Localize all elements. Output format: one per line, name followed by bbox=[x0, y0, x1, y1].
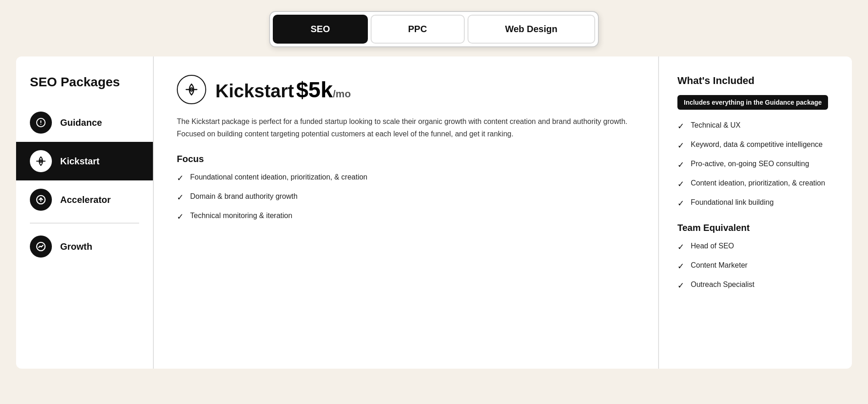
sidebar-item-growth[interactable]: Growth bbox=[16, 227, 153, 266]
included-check-3: ✓ bbox=[677, 159, 684, 171]
growth-icon-circle bbox=[30, 236, 52, 258]
included-check-5: ✓ bbox=[677, 197, 684, 210]
package-name: Kickstart bbox=[215, 81, 294, 101]
sidebar-item-kickstart[interactable]: Kickstart bbox=[16, 142, 153, 180]
guidance-icon-circle bbox=[30, 112, 52, 134]
main-content: SEO Packages Guidance Kickstar bbox=[16, 56, 852, 369]
team-item-1: ✓ Head of SEO bbox=[677, 241, 834, 253]
included-item-3-text: Pro-active, on-going SEO consulting bbox=[691, 158, 809, 169]
included-check-4: ✓ bbox=[677, 178, 684, 191]
sidebar-label-kickstart: Kickstart bbox=[60, 156, 100, 167]
check-icon-1: ✓ bbox=[177, 172, 184, 185]
sidebar-item-accelerator[interactable]: Accelerator bbox=[16, 180, 153, 219]
sidebar: SEO Packages Guidance Kickstar bbox=[16, 56, 154, 369]
kickstart-icon-circle bbox=[30, 150, 52, 172]
tab-ppc[interactable]: PPC bbox=[371, 15, 465, 44]
right-panel: What's Included Includes everything in t… bbox=[659, 56, 852, 369]
included-check-1: ✓ bbox=[677, 120, 684, 133]
check-icon-2: ✓ bbox=[177, 191, 184, 204]
focus-item-2: ✓ Domain & brand authority growth bbox=[177, 191, 635, 204]
whats-included-title: What's Included bbox=[677, 75, 834, 87]
package-description: The Kickstart package is perfect for a f… bbox=[177, 115, 635, 140]
sidebar-label-accelerator: Accelerator bbox=[60, 195, 111, 205]
team-item-3: ✓ Outreach Specialist bbox=[677, 279, 834, 292]
center-content: Kickstart $5k/mo The Kickstart package i… bbox=[154, 56, 659, 369]
included-item-5-text: Foundational link building bbox=[691, 197, 774, 208]
accelerator-icon-circle bbox=[30, 189, 52, 211]
included-item-4: ✓ Content ideation, prioritization, & cr… bbox=[677, 178, 834, 191]
included-item-1-text: Technical & UX bbox=[691, 120, 741, 131]
team-item-3-text: Outreach Specialist bbox=[691, 279, 755, 290]
sidebar-label-guidance: Guidance bbox=[60, 118, 102, 128]
focus-label: Focus bbox=[177, 154, 635, 164]
team-check-3: ✓ bbox=[677, 280, 684, 292]
included-item-2: ✓ Keyword, data & competitive intelligen… bbox=[677, 139, 834, 152]
included-item-5: ✓ Foundational link building bbox=[677, 197, 834, 210]
team-item-2: ✓ Content Marketer bbox=[677, 260, 834, 273]
package-title-group: Kickstart $5k/mo bbox=[215, 77, 351, 102]
focus-item-1-text: Foundational content ideation, prioritiz… bbox=[190, 172, 367, 183]
focus-item-3-text: Technical monitoring & iteration bbox=[190, 210, 292, 221]
package-icon bbox=[177, 75, 206, 104]
focus-item-2-text: Domain & brand authority growth bbox=[190, 191, 298, 202]
tab-bar-wrapper: SEO PPC Web Design bbox=[0, 0, 868, 56]
focus-item-1: ✓ Foundational content ideation, priorit… bbox=[177, 172, 635, 185]
sidebar-divider bbox=[30, 223, 139, 224]
check-icon-3: ✓ bbox=[177, 211, 184, 223]
team-item-1-text: Head of SEO bbox=[691, 241, 734, 252]
included-item-1: ✓ Technical & UX bbox=[677, 120, 834, 133]
included-item-4-text: Content ideation, prioritization, & crea… bbox=[691, 178, 825, 189]
includes-badge: Includes everything in the Guidance pack… bbox=[677, 95, 828, 110]
whats-included-list: ✓ Technical & UX ✓ Keyword, data & compe… bbox=[677, 120, 834, 210]
included-item-3: ✓ Pro-active, on-going SEO consulting bbox=[677, 158, 834, 171]
tab-bar: SEO PPC Web Design bbox=[269, 11, 598, 47]
package-header: Kickstart $5k/mo bbox=[177, 75, 635, 104]
included-item-2-text: Keyword, data & competitive intelligence bbox=[691, 139, 823, 150]
sidebar-title: SEO Packages bbox=[16, 75, 153, 103]
team-equivalent-list: ✓ Head of SEO ✓ Content Marketer ✓ Outre… bbox=[677, 241, 834, 292]
tab-seo[interactable]: SEO bbox=[273, 15, 367, 44]
package-price-unit: /mo bbox=[333, 88, 351, 100]
focus-list: ✓ Foundational content ideation, priorit… bbox=[177, 172, 635, 223]
tab-web-design[interactable]: Web Design bbox=[468, 15, 595, 44]
team-check-1: ✓ bbox=[677, 241, 684, 253]
team-check-2: ✓ bbox=[677, 260, 684, 273]
team-item-2-text: Content Marketer bbox=[691, 260, 748, 271]
package-price: $5k bbox=[296, 78, 333, 102]
team-equivalent-title: Team Equivalent bbox=[677, 223, 834, 233]
sidebar-item-guidance[interactable]: Guidance bbox=[16, 103, 153, 142]
focus-item-3: ✓ Technical monitoring & iteration bbox=[177, 210, 635, 223]
included-check-2: ✓ bbox=[677, 140, 684, 152]
sidebar-label-growth: Growth bbox=[60, 241, 92, 252]
